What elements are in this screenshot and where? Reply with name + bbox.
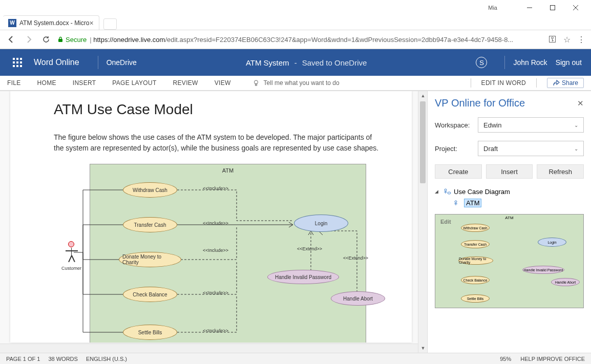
vp-online-panel: VP Online for Office ✕ Workspace: Edwin⌄… xyxy=(427,91,591,353)
onedrive-link[interactable]: OneDrive xyxy=(107,58,137,67)
maximize-button[interactable] xyxy=(541,0,564,15)
ribbon: FILE HOME INSERT PAGE LAYOUT REVIEW VIEW… xyxy=(0,76,591,91)
edit-in-word-link[interactable]: EDIT IN WORD xyxy=(481,79,526,87)
diagram-thumbnail[interactable]: Edit ATM Withdraw Cash Transfer Cash Don… xyxy=(435,214,584,308)
ribbon-tab-home[interactable]: HOME xyxy=(37,79,56,87)
ribbon-tab-page-layout[interactable]: PAGE LAYOUT xyxy=(112,79,156,87)
document-page[interactable]: ATM Use Case Model The figure below show… xyxy=(10,91,412,342)
browser-menu-icon[interactable]: ⋮ xyxy=(577,35,586,45)
svg-rect-10 xyxy=(20,61,22,63)
share-button[interactable]: Share xyxy=(547,78,584,88)
chevron-down-icon: ⌄ xyxy=(574,146,578,152)
svg-rect-11 xyxy=(13,65,15,67)
workspace-label: Workspace: xyxy=(435,121,478,129)
vp-close-icon[interactable]: ✕ xyxy=(577,99,584,108)
lock-icon xyxy=(57,36,64,42)
svg-rect-9 xyxy=(16,61,18,63)
refresh-button[interactable]: Refresh xyxy=(537,164,584,179)
svg-rect-15 xyxy=(255,84,257,85)
project-label: Project: xyxy=(435,145,478,153)
tree-toggle-icon[interactable]: ◢ xyxy=(435,189,441,194)
status-bar: PAGE 1 OF 1 38 WORDS ENGLISH (U.S.) 95% … xyxy=(0,353,591,364)
tree-root[interactable]: ◢ Use Case Diagram xyxy=(435,186,584,197)
app-name[interactable]: Word Online xyxy=(34,58,79,67)
forward-button[interactable] xyxy=(23,33,35,46)
svg-point-14 xyxy=(254,80,258,84)
horizontal-scrollbar[interactable] xyxy=(0,344,418,353)
skype-icon[interactable]: S xyxy=(476,57,487,68)
doc-title-area: ATM System - Saved to OneDrive xyxy=(137,58,476,67)
url-path: /edit.aspx?resid=F220374EB06C63C3!247&ap… xyxy=(165,36,513,44)
separator xyxy=(98,56,98,69)
actor-customer: Customer xyxy=(61,241,81,271)
ribbon-tab-insert[interactable]: INSERT xyxy=(73,79,96,87)
ribbon-tab-review[interactable]: REVIEW xyxy=(173,79,198,87)
svg-rect-7 xyxy=(20,58,22,60)
reload-button[interactable] xyxy=(40,33,52,46)
browser-tab[interactable]: W ATM System.docx - Micro × xyxy=(3,15,99,30)
document-paragraph: The figure below shows the use cases of … xyxy=(54,132,381,154)
minimize-button[interactable] xyxy=(518,0,541,15)
new-tab-button[interactable] xyxy=(103,18,117,30)
document-pane: ATM Use Case Model The figure below show… xyxy=(0,91,427,353)
os-username: Mia xyxy=(488,5,497,11)
user-name[interactable]: John Rock xyxy=(513,58,547,67)
workspace-select[interactable]: Edwin⌄ xyxy=(478,117,584,133)
url-host: https://onedrive.live.com xyxy=(93,36,165,44)
svg-rect-6 xyxy=(16,58,18,60)
project-select[interactable]: Draft⌄ xyxy=(478,141,584,156)
create-button[interactable]: Create xyxy=(435,164,482,179)
status-words[interactable]: 38 WORDS xyxy=(48,356,77,362)
svg-rect-5 xyxy=(13,58,15,60)
svg-point-19 xyxy=(448,192,451,194)
svg-rect-1 xyxy=(550,6,555,10)
usecase-settle: Settle Bills xyxy=(123,325,177,340)
os-titlebar: Mia xyxy=(0,0,591,15)
tree-child-atm[interactable]: ATM xyxy=(453,197,584,209)
ribbon-tab-view[interactable]: VIEW xyxy=(215,79,231,87)
svg-point-20 xyxy=(455,201,457,203)
status-language[interactable]: ENGLISH (U.S.) xyxy=(86,356,127,362)
browser-tab-strip: W ATM System.docx - Micro × xyxy=(0,15,591,30)
svg-rect-13 xyxy=(20,65,22,67)
close-window-button[interactable] xyxy=(564,0,587,15)
svg-point-16 xyxy=(445,189,447,191)
back-button[interactable] xyxy=(5,33,17,46)
thumb-edit-overlay: Edit xyxy=(440,219,451,225)
usecase-abort: Handle Abort xyxy=(331,291,385,306)
status-help[interactable]: HELP IMPROVE OFFICE xyxy=(520,356,585,362)
vp-panel-title: VP Online for Office xyxy=(435,97,577,109)
key-icon[interactable]: ⚿ xyxy=(548,35,557,44)
secure-badge: Secure xyxy=(57,36,87,44)
usecase-withdraw: Withdraw Cash xyxy=(123,182,177,198)
word-favicon: W xyxy=(8,19,16,27)
status-zoom[interactable]: 95% xyxy=(500,356,511,362)
scroll-down-icon[interactable]: ▼ xyxy=(418,344,427,353)
svg-rect-4 xyxy=(58,39,62,42)
scroll-up-icon[interactable]: ▲ xyxy=(418,91,427,100)
diagram-title: ATM xyxy=(222,167,234,174)
doc-title[interactable]: ATM System xyxy=(246,58,289,67)
ribbon-tab-file[interactable]: FILE xyxy=(7,79,21,87)
use-case-diagram[interactable]: ATM Customer xyxy=(90,164,366,342)
separator xyxy=(504,56,505,69)
save-status: Saved to OneDrive xyxy=(302,58,367,67)
status-page[interactable]: PAGE 1 OF 1 xyxy=(6,356,40,362)
lightbulb-icon xyxy=(252,79,260,87)
scroll-thumb[interactable] xyxy=(420,101,426,183)
bookmark-star-icon[interactable]: ☆ xyxy=(562,35,572,45)
usecase-icon xyxy=(453,199,461,207)
svg-rect-8 xyxy=(13,61,15,63)
usecase-invalid: Handle Invalid Password xyxy=(267,270,339,284)
usecase-balance: Check Balance xyxy=(123,287,177,302)
tab-close-icon[interactable]: × xyxy=(89,19,93,27)
insert-button[interactable]: Insert xyxy=(486,164,533,179)
app-launcher-icon[interactable] xyxy=(9,54,26,71)
content-area: ATM Use Case Model The figure below show… xyxy=(0,91,591,353)
word-header: Word Online OneDrive ATM System - Saved … xyxy=(0,49,591,76)
vertical-scrollbar[interactable]: ▲ ▼ xyxy=(418,91,427,353)
svg-rect-12 xyxy=(16,65,18,67)
tell-me-search[interactable]: Tell me what you want to do xyxy=(252,79,340,87)
signout-link[interactable]: Sign out xyxy=(556,58,582,67)
address-bar[interactable]: Secure | https://onedrive.live.com/edit.… xyxy=(57,36,543,44)
